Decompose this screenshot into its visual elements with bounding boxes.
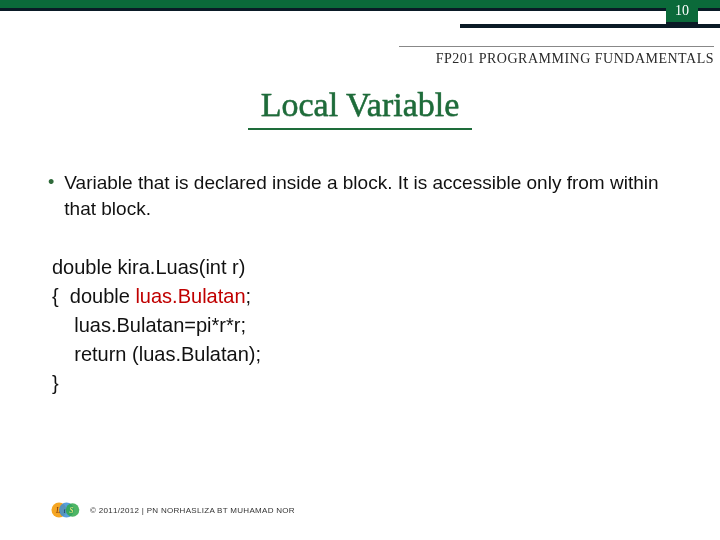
- logo-icon: L i S: [50, 498, 80, 522]
- page-number-badge: 10: [666, 0, 698, 24]
- slide-body: • Variable that is declared inside a blo…: [48, 170, 680, 398]
- header-bar-shadow: [0, 8, 720, 11]
- code-block: double kira.Luas(int r) { double luas.Bu…: [48, 253, 680, 398]
- course-code: FP201 PROGRAMMING FUNDAMENTALS: [399, 46, 714, 67]
- code-line: double kira.Luas(int r): [52, 253, 680, 282]
- copyright-text: © 2011/2012 | PN NORHASLIZA BT MUHAMAD N…: [90, 506, 295, 515]
- svg-text:S: S: [70, 506, 74, 515]
- title-underline: [248, 128, 472, 130]
- code-text: return (luas.Bulatan);: [52, 343, 261, 365]
- code-variable: luas.Bulatan: [135, 285, 245, 307]
- page-number: 10: [675, 3, 689, 19]
- bullet-item: • Variable that is declared inside a blo…: [48, 170, 680, 221]
- code-text: { double: [52, 285, 135, 307]
- code-line: return (luas.Bulatan);: [52, 340, 680, 369]
- slide: 10 FP201 PROGRAMMING FUNDAMENTALS Local …: [0, 0, 720, 540]
- code-line: }: [52, 369, 680, 398]
- header-bar: [0, 0, 720, 8]
- bullet-text: Variable that is declared inside a block…: [64, 170, 680, 221]
- code-line: { double luas.Bulatan;: [52, 282, 680, 311]
- header-accent-bar: [460, 24, 720, 28]
- slide-title: Local Variable: [0, 86, 720, 124]
- svg-text:L: L: [55, 506, 60, 515]
- code-text: luas.Bulatan=pi*r*r;: [52, 314, 246, 336]
- bullet-dot-icon: •: [48, 170, 54, 221]
- code-line: luas.Bulatan=pi*r*r;: [52, 311, 680, 340]
- code-text: }: [52, 372, 59, 394]
- svg-text:i: i: [64, 507, 66, 514]
- footer: L i S © 2011/2012 | PN NORHASLIZA BT MUH…: [50, 498, 295, 522]
- code-text: ;: [246, 285, 252, 307]
- code-text: double kira.Luas(int r): [52, 256, 245, 278]
